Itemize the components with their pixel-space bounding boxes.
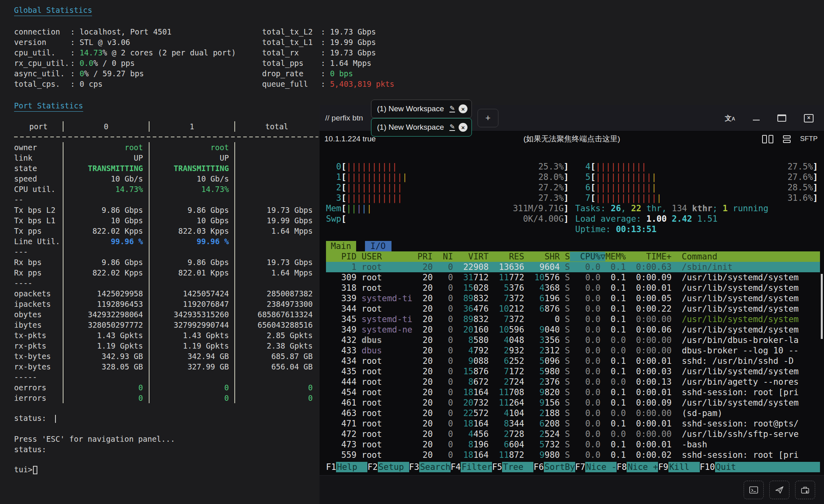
port-table-separator [14,132,318,142]
fkey-f4[interactable]: F4Filter [451,462,492,472]
fkey-f10[interactable]: F10Quit [700,462,820,472]
process-row-463[interactable]: 463 root 20 0 22572 4104 2188 S 0.0 0.0 … [326,408,820,418]
process-row-432[interactable]: 432 dbus 20 0 8580 4048 3356 S 0.0 0.0 0… [326,335,820,345]
block-cursor [33,466,37,474]
port-table-row: Tx bps L110 Gbps10 Gbps19.99 Gbps [14,215,318,226]
process-row-318[interactable]: 318 root 20 0 15028 5376 4368 S 0.0 0.1 … [326,283,820,293]
stat-line: rx_cpu_util.: 0.0% / 0 pps [14,58,236,68]
port-table-row: CPU util.14.73%14.73% [14,184,318,194]
fkey-f3[interactable]: F3Search [409,462,451,472]
port-table-row: ---- [14,278,318,288]
cpu-meter-1: 1[||||||||||||28.0%] [326,172,569,182]
tasks-summary: Tasks: 26, 22 thr, 134 kthr; 1 running [575,203,818,214]
status-line-2: status: [14,444,46,455]
process-table: 1 root 20 0 22908 13636 9604 S 0.0 0.1 0… [326,262,820,460]
port-table-row: speed10 Gb/s10 Gb/s [14,173,318,184]
terminal-icon [748,485,759,495]
htop-display: 0[||||||||||25.3%]1[||||||||||||28.0%]2[… [326,161,820,472]
fkey-f8[interactable]: F8Nice + [617,462,658,472]
fkey-f9[interactable]: F9Kill [658,462,699,472]
close-tab-icon[interactable]: × [459,104,467,113]
workspace-tab-1[interactable]: (1) New Workspace✎× [371,100,472,118]
port-table-row: Tx pps822.02 Kpps822.03 Kpps1.64 Mpps [14,226,318,236]
process-row-344[interactable]: 344 root 20 0 36476 10212 6876 S 0.0 0.1… [326,304,820,314]
port-statistics-table: port01totalownerrootrootlinkUPUPstateTRA… [14,117,318,403]
process-row-461[interactable]: 461 root 20 0 20732 11264 9156 S 0.0 0.1… [326,398,820,408]
cpu-memory-meters: 0[||||||||||25.3%]1[||||||||||||28.0%]2[… [326,161,820,235]
htop-tab-main[interactable]: Main [326,241,356,251]
port-table-row: opackets142502995814250574242850087382 [14,288,318,299]
fkey-f6[interactable]: F6SortBy [533,462,575,472]
toolbox-button[interactable] [795,481,815,499]
stat-line: total_tx_L2: 19.73 Gbps [262,27,394,37]
fkey-f1[interactable]: F1Help [326,462,367,472]
htop-view-tabs: MainI/O [326,241,820,251]
port-table-row: Rx pps822.02 Kpps822.01 Kpps1.64 Mpps [14,267,318,278]
process-row-472[interactable]: 472 root 20 0 4456 2728 2524 S 0.0 0.0 0… [326,429,820,439]
process-row-345[interactable]: 345 systemd-ti 20 0 89832 7372 0 S 0.0 0… [326,314,820,324]
minimize-icon[interactable] [753,120,760,120]
port-table-row: -- [14,194,318,205]
process-row-435[interactable]: 435 root 20 0 15876 7172 5980 S 0.0 0.1 … [326,366,820,377]
quick-launch-button[interactable] [769,481,789,499]
uptime: Uptime: 00:13:51 [575,224,818,235]
mem-meter: Mem[|||||311M/9.71G] [326,203,569,214]
process-row-454[interactable]: 454 root 20 0 18164 11708 9820 S 0.0 0.1… [326,387,820,398]
process-row-444[interactable]: 444 root 20 0 8672 2724 2376 S 0.0 0.0 0… [326,377,820,387]
session-infobar: (如果无法聚焦终端点击这里) 10.1.1.224 true SFTP [320,131,824,147]
port-table-row: ibytes3280502977723279929907446560432885… [14,320,318,330]
process-row-1[interactable]: 1 root 20 0 22908 13636 9604 S 0.0 0.1 0… [326,262,820,272]
port-table-row: ierrors000 [14,393,318,403]
fkey-f2[interactable]: F2Setup [367,462,409,472]
terminal-scrollbar[interactable] [821,274,823,339]
close-tab-icon[interactable]: × [459,123,467,132]
process-row-471[interactable]: 471 root 20 0 18164 8344 6208 S 0.0 0.1 … [326,418,820,429]
port-table-row: tx-pkts1.43 Gpkts1.43 Gpkts2.85 Gpkts [14,330,318,341]
port-table-header: port01total [14,121,318,132]
stat-line: async_util.: 0% / 59.27 bps [14,68,236,79]
fkey-f7[interactable]: F7Nice - [575,462,617,472]
briefcase-icon [800,485,810,495]
maximize-icon[interactable] [777,114,786,122]
port-statistics-title: Port Statistics [14,100,83,112]
process-table-header[interactable]: PID USER PRI NI VIRT RES SHR S CPU%▽MEM%… [326,251,820,262]
function-key-bar: F1HelpF2SetupF3SearchF4FilterF5TreeF6Sor… [326,462,820,472]
close-icon[interactable]: × [804,114,814,122]
port-table-row: tx-bytes342.93 GB342.94 GB685.87 GB [14,351,318,361]
process-row-339[interactable]: 339 systemd-ti 20 0 89832 7372 6196 S 0.… [326,293,820,304]
focus-hint[interactable]: (如果无法聚焦终端点击这里) [320,134,824,144]
add-tab-button[interactable]: + [478,109,498,127]
split-columns-icon[interactable] [762,135,773,143]
window-titlebar: // perfix btn (1) New Workspace✎×(1) New… [320,105,824,131]
port-table-row: rx-bytes328.05 GB327.99 GB656.04 GB [14,361,318,372]
command-window-button[interactable] [744,481,764,499]
stat-line: connection: localhost, Port 4501 [14,27,236,37]
global-statistics-title: Global Statistics [14,5,92,16]
cpu-meter-5: 5[||||||||||||27.6%] [575,172,818,182]
split-rows-icon[interactable] [783,135,791,143]
port-table-row: Rx bps9.86 Gbps9.86 Gbps19.73 Gbps [14,257,318,267]
process-row-559[interactable]: 559 root 20 0 18164 11872 9980 S 0.0 0.1… [326,450,820,460]
port-table-row: oerrors000 [14,382,318,393]
swp-meter: Swp[0K/4.00G] [326,214,569,224]
translate-icon[interactable]: 文A [725,114,735,123]
fkey-f5[interactable]: F5Tree [492,462,533,472]
rename-tab-icon[interactable]: ✎ [449,124,455,131]
sort-column-cpu[interactable]: CPU%▽ [570,252,606,261]
htop-tab-io[interactable]: I/O [365,241,392,251]
process-row-309[interactable]: 309 root 20 0 31712 11772 10576 S 0.0 0.… [326,272,820,283]
text-cursor [55,415,56,423]
status-line-1: status: [14,413,56,423]
port-table-row: ----- [14,372,318,382]
port-table-row: Line Util.99.96 %99.96 % [14,236,318,247]
process-row-473[interactable]: 473 root 20 0 8196 6604 5732 S 0.0 0.1 0… [326,439,820,450]
tui-prompt[interactable]: tui> [14,464,37,475]
process-row-434[interactable]: 434 root 20 0 9088 6252 5096 S 0.0 0.1 0… [326,356,820,366]
prefix-button[interactable]: // perfix btn [325,114,363,122]
sftp-button[interactable]: SFTP [800,135,818,143]
trex-console: Global Statistics connection: localhost,… [0,0,320,504]
process-row-349[interactable]: 349 systemd-ne 20 0 20160 10596 9040 S 0… [326,324,820,335]
process-row-433[interactable]: 433 dbus 20 0 4792 2932 2312 S 0.0 0.0 0… [326,345,820,356]
rename-tab-icon[interactable]: ✎ [449,105,455,112]
stat-line: total_tx_L1: 19.99 Gbps [262,37,394,47]
